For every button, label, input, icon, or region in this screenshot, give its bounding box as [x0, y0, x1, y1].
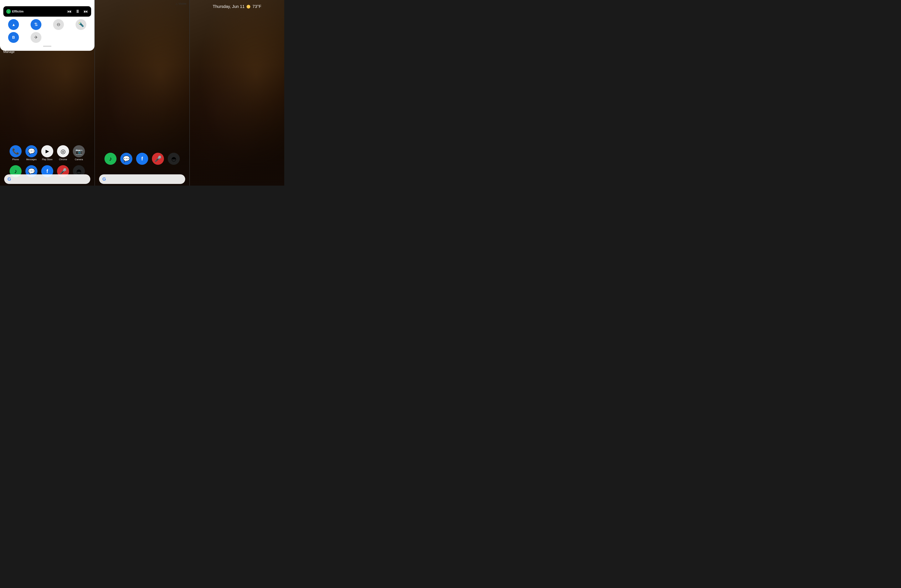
- visible-tag: △ Visible: [176, 2, 186, 5]
- wifi-circle[interactable]: ▴: [8, 19, 19, 30]
- wifi-tile[interactable]: ▴: [3, 19, 24, 30]
- app-phone[interactable]: 📞 Phone: [9, 145, 22, 161]
- playstore-label: Play Store: [42, 158, 53, 161]
- app-messages[interactable]: 💬 Messages: [25, 145, 37, 161]
- bluetooth-icon-tile: B: [12, 35, 15, 40]
- mountain-bg-center: [95, 65, 189, 186]
- app-playstore[interactable]: ▶ Play Store: [41, 145, 53, 161]
- data-circle[interactable]: ⇅: [31, 19, 41, 30]
- flashlight-circle[interactable]: 🔦: [76, 19, 86, 30]
- app-dock-row1-left: 📞 Phone 💬 Messages ▶ Play Store ◎ Chrome…: [0, 145, 95, 161]
- left-panel: Thu, Jun 11 ▲ △ 🔋 3 days, 4 hr ♪ Efflict…: [0, 0, 95, 186]
- app-dock-center: ♪ 💬 f 🎤 ◓: [95, 153, 189, 165]
- sun-icon-right: [246, 5, 250, 9]
- quick-tiles-left: ▴ ⇅ ⊖ 🔦 B: [3, 19, 91, 43]
- media-card-left: ♪ Efflictim ⏮ ⏸ ⏭: [3, 6, 91, 17]
- flashlight-icon-tile: 🔦: [78, 22, 84, 27]
- next-button-small[interactable]: ⏭: [84, 9, 88, 14]
- pause-button-small[interactable]: ⏸: [75, 9, 80, 14]
- chrome-label: Chrome: [59, 158, 67, 161]
- spotify-center-icon[interactable]: ♪: [104, 153, 117, 165]
- mountain-bg-right: [190, 65, 284, 186]
- media-card-info: ♪ Efflictim: [6, 9, 23, 14]
- media-controls-small: ⏮ ⏸ ⏭: [67, 9, 88, 14]
- facebook-center-icon[interactable]: f: [136, 153, 148, 165]
- camera-icon[interactable]: 📷: [73, 145, 85, 157]
- google-g-icon-center: G: [102, 176, 106, 182]
- wifi-icon-tile: ▴: [12, 22, 15, 27]
- dark-center-icon[interactable]: ◓: [168, 153, 180, 165]
- data-icon-tile: ⇅: [34, 22, 38, 27]
- messages-icon[interactable]: 💬: [25, 145, 37, 157]
- phone-label: Phone: [12, 158, 19, 161]
- prev-button-small[interactable]: ⏮: [67, 9, 72, 14]
- chrome-icon[interactable]: ◎: [57, 145, 69, 157]
- phone-icon[interactable]: 📞: [9, 145, 22, 157]
- messenger-center-icon[interactable]: 💬: [120, 153, 132, 165]
- google-g-icon: G: [8, 176, 11, 182]
- panel-handle: [3, 45, 91, 47]
- bluetooth-circle[interactable]: B: [8, 32, 19, 43]
- app-camera[interactable]: 📷 Camera: [73, 145, 85, 161]
- date-weather: Thursday, Jun 11 73°F: [213, 4, 261, 9]
- app-chrome[interactable]: ◎ Chrome: [57, 145, 69, 161]
- temp-text: 73°F: [253, 4, 261, 9]
- date-text: Thursday, Jun 11: [213, 4, 245, 9]
- handle-bar: [43, 46, 51, 47]
- search-bar-left[interactable]: G: [4, 175, 90, 184]
- airplane-icon-tile: ✈: [34, 35, 38, 40]
- search-bar-center[interactable]: G: [99, 175, 185, 184]
- data-tile[interactable]: ⇅: [26, 19, 46, 30]
- dnd-icon-tile: ⊖: [57, 22, 60, 27]
- spotify-badge-small: ♪: [6, 9, 11, 14]
- flashlight-tile[interactable]: 🔦: [71, 19, 91, 30]
- airplane-circle[interactable]: ✈: [31, 32, 41, 43]
- playstore-icon[interactable]: ▶: [41, 145, 53, 157]
- dnd-tile[interactable]: ⊖: [48, 19, 69, 30]
- recorder-center-icon[interactable]: 🎤: [152, 153, 164, 165]
- notification-panel-left: ♪ Efflictim ⏮ ⏸ ⏭ ▴ ⇅: [0, 0, 95, 51]
- spotify-icon-small: ♪: [8, 10, 9, 13]
- signal-small-icon: △: [176, 2, 178, 5]
- visible-label: Visible: [179, 2, 186, 5]
- media-title-small: Efflictim: [12, 10, 23, 13]
- date-weather-row: Thursday, Jun 11 73°F: [190, 4, 284, 9]
- camera-label: Camera: [75, 158, 83, 161]
- messages-label: Messages: [26, 158, 37, 161]
- bluetooth-tile[interactable]: B: [3, 32, 24, 43]
- airplane-tile[interactable]: ✈: [26, 32, 46, 43]
- center-panel: △ Visible WZRD ♪ Spotify Efflictim WZR: [95, 0, 190, 186]
- dnd-circle[interactable]: ⊖: [53, 19, 64, 30]
- right-panel: Thursday, Jun 11 73°F 📞 💬 ▶ ◎ 📷 WZRD Eff…: [190, 0, 284, 186]
